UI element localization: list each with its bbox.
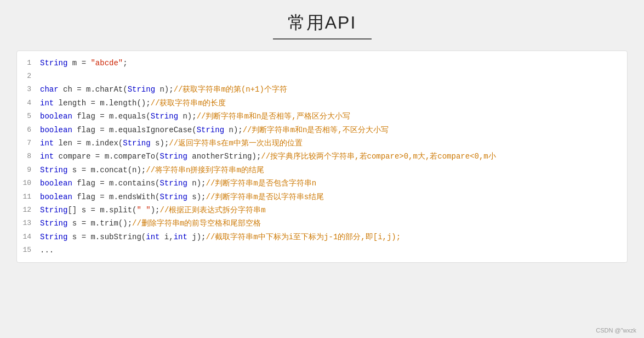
line-number: 11 bbox=[17, 191, 40, 203]
title-underline bbox=[273, 38, 372, 40]
table-row: 4int length = m.length();//获取字符串m的长度 bbox=[17, 97, 627, 110]
line-content: ... bbox=[40, 244, 627, 256]
line-content: boolean flag = m.equalsIgnoreCase(String… bbox=[40, 124, 627, 136]
line-number: 14 bbox=[17, 231, 40, 243]
line-number: 12 bbox=[17, 204, 40, 216]
line-number: 6 bbox=[17, 124, 40, 136]
line-number: 4 bbox=[17, 97, 40, 109]
line-content: String s = m.concat(n);//将字符串n拼接到字符串m的结尾 bbox=[40, 164, 627, 176]
line-number: 1 bbox=[17, 57, 40, 69]
page-title: 常用API bbox=[16, 11, 628, 35]
line-content: boolean flag = m.contains(String n);//判断… bbox=[40, 177, 627, 189]
table-row: 13String s = m.trim();//删除字符串m的前导空格和尾部空格 bbox=[17, 217, 627, 230]
table-row: 10boolean flag = m.contains(String n);//… bbox=[17, 177, 627, 190]
line-content: String s = m.trim();//删除字符串m的前导空格和尾部空格 bbox=[40, 217, 627, 229]
line-content: String m = "abcde"; bbox=[40, 57, 627, 69]
table-row: 8int compare = m.compareTo(String anothe… bbox=[17, 150, 627, 163]
line-content: String[] s = m.split(" ");//根据正则表达式拆分字符串… bbox=[40, 204, 627, 216]
line-number: 9 bbox=[17, 164, 40, 176]
line-number: 15 bbox=[17, 244, 40, 256]
table-row: 11boolean flag = m.endsWith(String s);//… bbox=[17, 190, 627, 204]
line-content: int length = m.length();//获取字符串m的长度 bbox=[40, 97, 627, 109]
watermark: CSDN @"wxzk bbox=[596, 327, 636, 334]
table-row: 15... bbox=[17, 244, 627, 257]
line-number: 2 bbox=[17, 70, 40, 82]
table-row: 7int len = m.index(String s);//返回字符串s在m中… bbox=[17, 137, 627, 150]
line-number: 5 bbox=[17, 110, 40, 122]
code-block: 1String m = "abcde";23char ch = m.charAt… bbox=[16, 50, 628, 263]
line-content: boolean flag = m.endsWith(String s);//判断… bbox=[40, 191, 627, 203]
table-row: 3char ch = m.charAt(String n);//获取字符串m的第… bbox=[17, 83, 627, 96]
line-content: String s = m.subString(int i,int j);//截取… bbox=[40, 231, 627, 243]
line-number: 8 bbox=[17, 150, 40, 162]
line-number: 10 bbox=[17, 177, 40, 189]
table-row: 9String s = m.concat(n);//将字符串n拼接到字符串m的结… bbox=[17, 164, 627, 177]
table-row: 14String s = m.subString(int i,int j);//… bbox=[17, 230, 627, 244]
line-number: 3 bbox=[17, 83, 40, 95]
table-row: 6boolean flag = m.equalsIgnoreCase(Strin… bbox=[17, 123, 627, 137]
table-row: 12String[] s = m.split(" ");//根据正则表达式拆分字… bbox=[17, 204, 627, 217]
title-container: 常用API bbox=[16, 11, 628, 40]
table-row: 2 bbox=[17, 70, 627, 83]
line-content: int len = m.index(String s);//返回字符串s在m中第… bbox=[40, 137, 627, 149]
line-content: char ch = m.charAt(String n);//获取字符串m的第(… bbox=[40, 83, 627, 95]
table-row: 5boolean flag = m.equals(String n);//判断字… bbox=[17, 110, 627, 123]
line-content: boolean flag = m.equals(String n);//判断字符… bbox=[40, 110, 627, 122]
line-content: int compare = m.compareTo(String another… bbox=[40, 150, 627, 162]
table-row: 1String m = "abcde"; bbox=[17, 57, 627, 70]
line-number: 13 bbox=[17, 217, 40, 229]
line-number: 7 bbox=[17, 137, 40, 149]
